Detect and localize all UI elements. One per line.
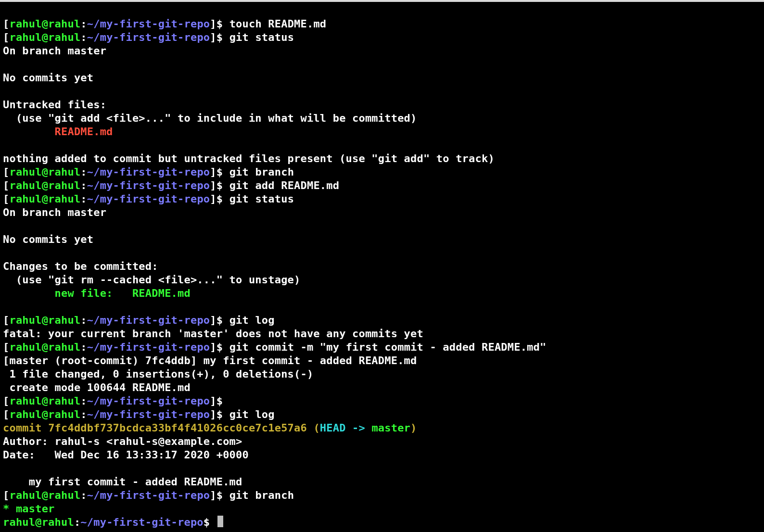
cmd-git-branch: git branch <box>229 166 294 178</box>
status-line: No commits yet <box>3 72 93 84</box>
prompt-userhost: rahul@rahul <box>9 18 80 30</box>
cursor-icon[interactable] <box>217 516 223 527</box>
prompt-line: [rahul@rahul:~/my-first-git-repo]$ touch… <box>3 18 326 30</box>
prompt-line: [rahul@rahul:~/my-first-git-repo]$ git l… <box>3 314 275 326</box>
prompt-line: [rahul@rahul:~/my-first-git-repo]$ git l… <box>3 408 275 420</box>
cmd-git-log: git log <box>229 408 275 420</box>
cmd-git-add: git add README.md <box>229 179 340 191</box>
prompt-line: [rahul@rahul:~/my-first-git-repo]$ git a… <box>3 179 339 191</box>
cmd-git-log: git log <box>229 314 275 326</box>
cmd-git-status: git status <box>229 193 294 205</box>
log-commit-hash: 7fc4ddbf737bcdca33bf4f41026cc0ce7c1e57a6 <box>48 422 307 434</box>
log-date: Date: Wed Dec 16 13:33:17 2020 +0000 <box>3 449 249 461</box>
commit-output: [master (root-commit) 7fc4ddb] my first … <box>3 355 417 367</box>
cmd-git-status: git status <box>229 31 294 43</box>
log-branch-ref: master <box>371 422 410 434</box>
commit-output: create mode 100644 README.md <box>3 381 191 393</box>
log-head-ref: HEAD -> <box>320 422 372 434</box>
log-message: my first commit - added README.md <box>3 476 242 488</box>
status-line: No commits yet <box>3 233 93 245</box>
prompt-dollar: $ <box>216 18 223 30</box>
cmd-git-branch: git branch <box>229 489 294 501</box>
branch-current: * master <box>3 503 55 515</box>
untracked-file: README.md <box>3 126 113 138</box>
status-line: On branch master <box>3 206 106 218</box>
prompt-line-active: rahul@rahul:~/my-first-git-repo$ <box>3 516 223 528</box>
log-commit-label: commit <box>3 422 48 434</box>
log-author: Author: rahul-s <rahul-s@example.com> <box>3 435 242 447</box>
prompt-path: ~/my-first-git-repo <box>87 18 210 30</box>
prompt-line: [rahul@rahul:~/my-first-git-repo]$ git c… <box>3 341 546 353</box>
staged-file: new file: README.md <box>3 287 191 299</box>
prompt-line: [rahul@rahul:~/my-first-git-repo]$ git b… <box>3 166 294 178</box>
terminal[interactable]: [rahul@rahul:~/my-first-git-repo]$ touch… <box>0 2 764 531</box>
status-summary: nothing added to commit but untracked fi… <box>3 152 495 165</box>
log-commit-line: commit 7fc4ddbf737bcdca33bf4f41026cc0ce7… <box>3 422 417 434</box>
cmd-git-commit: git commit -m "my first commit - added R… <box>229 341 547 353</box>
status-header: Changes to be committed: <box>3 260 158 272</box>
bracket-open: [ <box>3 18 9 30</box>
status-hint: (use "git add <file>..." to include in w… <box>3 112 417 124</box>
commit-output: 1 file changed, 0 insertions(+), 0 delet… <box>3 368 313 380</box>
prompt-line: [rahul@rahul:~/my-first-git-repo]$ <box>3 395 229 407</box>
status-line: On branch master <box>3 45 106 57</box>
prompt-line: [rahul@rahul:~/my-first-git-repo]$ git b… <box>3 489 294 501</box>
prompt-dollar: $ <box>204 516 210 528</box>
bracket-close: ] <box>210 18 216 30</box>
prompt-line: [rahul@rahul:~/my-first-git-repo]$ git s… <box>3 193 294 205</box>
prompt-line: [rahul@rahul:~/my-first-git-repo]$ git s… <box>3 31 294 43</box>
cmd-touch: touch README.md <box>229 18 327 30</box>
status-header: Untracked files: <box>3 99 106 111</box>
prompt-userhost: rahul@rahul <box>3 516 74 528</box>
git-error: fatal: your current branch 'master' does… <box>3 328 423 340</box>
prompt-path: ~/my-first-git-repo <box>80 516 203 528</box>
status-hint: (use "git rm --cached <file>..." to unst… <box>3 274 300 286</box>
